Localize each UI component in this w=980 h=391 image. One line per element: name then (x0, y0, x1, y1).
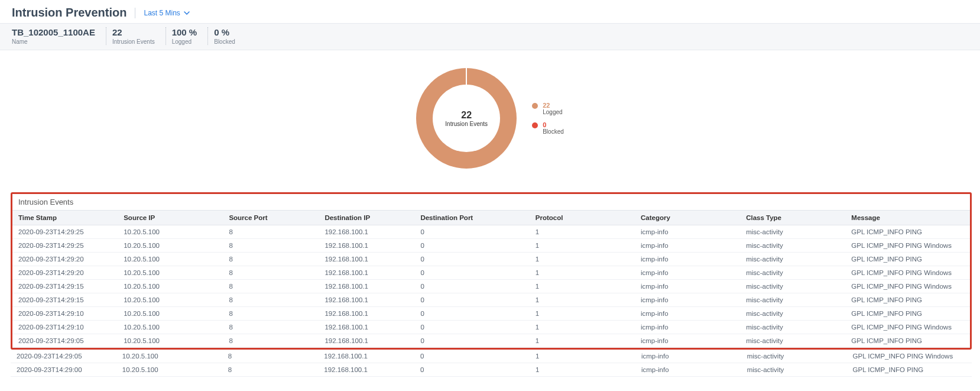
table-cell: icmp-info (635, 239, 740, 253)
stat-blocked: 0 % Blocked (214, 27, 246, 45)
table-cell: 10.20.5.100 (118, 334, 223, 348)
legend-dot-icon (532, 103, 538, 109)
table-row[interactable]: 2020-09-23T14:29:1510.20.5.1008192.168.1… (12, 280, 970, 293)
table-cell: 0 (414, 225, 529, 239)
table-cell: icmp-info (635, 307, 740, 321)
table-cell: 0 (414, 363, 530, 377)
table-cell: 1 (530, 321, 635, 334)
table-cell: icmp-info (635, 225, 740, 239)
table-cell: 10.20.5.100 (118, 293, 223, 307)
time-range-dropdown[interactable]: Last 5 Mins (144, 9, 189, 17)
col-protocol[interactable]: Protocol (530, 211, 635, 225)
table-cell: 1 (530, 307, 635, 321)
stat-logged-value: 100 % (172, 27, 197, 37)
col-destination-ip[interactable]: Destination IP (319, 211, 414, 225)
table-cell: 192.168.100.1 (319, 293, 414, 307)
table-cell: 0 (414, 350, 530, 363)
events-panel-title: Intrusion Events (12, 196, 970, 210)
table-row[interactable]: 2020-09-23T14:29:1010.20.5.1008192.168.1… (12, 307, 970, 321)
table-cell: 0 (414, 307, 529, 321)
table-row[interactable]: 2020-09-23T14:29:0010.20.5.1008192.168.1… (11, 363, 972, 377)
table-cell: 192.168.100.1 (319, 334, 414, 348)
donut-center-label: Intrusion Events (445, 121, 488, 127)
table-cell: 192.168.100.1 (319, 239, 414, 253)
table-cell: icmp-info (635, 293, 740, 307)
stat-blocked-label: Blocked (214, 38, 235, 45)
table-cell: 8 (223, 225, 319, 239)
legend-logged-value: 22 (543, 102, 562, 109)
table-cell: 0 (414, 280, 529, 293)
table-cell: icmp-info (635, 363, 741, 377)
table-cell: 2020-09-23T14:29:05 (12, 334, 118, 348)
table-cell: 8 (223, 321, 319, 334)
events-table: Time Stamp Source IP Source Port Destina… (12, 210, 970, 348)
table-cell: 10.20.5.100 (118, 225, 223, 239)
time-range-label: Last 5 Mins (144, 9, 180, 17)
table-cell: 0 (414, 293, 529, 307)
col-timestamp[interactable]: Time Stamp (12, 211, 118, 225)
table-cell: 10.20.5.100 (116, 350, 222, 363)
events-header-row: Time Stamp Source IP Source Port Destina… (12, 211, 970, 225)
table-cell: GPL ICMP_INFO PING Windows (845, 321, 970, 334)
table-cell: misc-activity (740, 239, 845, 253)
table-cell: 8 (223, 280, 319, 293)
table-cell: 8 (222, 363, 319, 377)
table-cell: 0 (414, 321, 529, 334)
legend-blocked: 0 Blocked (532, 121, 564, 135)
table-cell: 8 (223, 266, 319, 280)
table-row[interactable]: 2020-09-23T14:29:1510.20.5.1008192.168.1… (12, 293, 970, 307)
table-cell: GPL ICMP_INFO PING (845, 293, 970, 307)
table-cell: 8 (222, 350, 319, 363)
table-cell: 2020-09-23T14:29:15 (12, 293, 118, 307)
stat-logged-label: Logged (172, 38, 197, 45)
stat-logged: 100 % Logged (172, 27, 209, 45)
table-row[interactable]: 2020-09-23T14:29:2010.20.5.1008192.168.1… (12, 253, 970, 266)
table-cell: GPL ICMP_INFO PING (847, 363, 972, 377)
table-cell: icmp-info (635, 350, 741, 363)
col-class-type[interactable]: Class Type (740, 211, 845, 225)
col-destination-port[interactable]: Destination Port (414, 211, 529, 225)
table-cell: 1 (530, 253, 635, 266)
col-source-ip[interactable]: Source IP (118, 211, 223, 225)
intrusion-events-panel: Intrusion Events Time Stamp Source IP So… (11, 192, 972, 350)
legend-dot-icon (532, 122, 538, 128)
table-row[interactable]: 2020-09-23T14:29:2010.20.5.1008192.168.1… (12, 266, 970, 280)
table-cell: 10.20.5.100 (118, 321, 223, 334)
table-cell: 192.168.100.1 (319, 266, 414, 280)
donut-center-value: 22 (461, 110, 472, 121)
table-cell: GPL ICMP_INFO PING Windows (847, 350, 972, 363)
table-cell: 1 (530, 239, 635, 253)
table-cell: 8 (223, 307, 319, 321)
table-cell: 0 (414, 334, 529, 348)
table-cell: GPL ICMP_INFO PING (845, 253, 970, 266)
table-cell: 8 (223, 253, 319, 266)
table-cell: icmp-info (635, 334, 740, 348)
table-cell: 1 (530, 280, 635, 293)
table-cell: misc-activity (741, 363, 847, 377)
donut-notch (466, 68, 467, 85)
col-message[interactable]: Message (845, 211, 970, 225)
table-cell: misc-activity (740, 321, 845, 334)
table-cell: 2020-09-23T14:29:10 (12, 307, 118, 321)
col-category[interactable]: Category (635, 211, 740, 225)
table-cell: 2020-09-23T14:29:25 (12, 225, 118, 239)
table-cell: misc-activity (740, 253, 845, 266)
table-cell: GPL ICMP_INFO PING Windows (845, 239, 970, 253)
table-cell: 0 (414, 266, 529, 280)
table-cell: 8 (223, 293, 319, 307)
table-cell: misc-activity (740, 280, 845, 293)
table-cell: 0 (414, 253, 529, 266)
table-cell: 8 (223, 334, 319, 348)
table-row[interactable]: 2020-09-23T14:29:0510.20.5.1008192.168.1… (12, 334, 970, 348)
table-row[interactable]: 2020-09-23T14:29:2510.20.5.1008192.168.1… (12, 225, 970, 239)
table-row[interactable]: 2020-09-23T14:29:1010.20.5.1008192.168.1… (12, 321, 970, 334)
table-cell: 2020-09-23T14:29:20 (12, 266, 118, 280)
table-cell: misc-activity (740, 307, 845, 321)
col-source-port[interactable]: Source Port (223, 211, 319, 225)
table-row[interactable]: 2020-09-23T14:29:0510.20.5.1008192.168.1… (11, 350, 972, 363)
page-title: Intrusion Prevention (12, 6, 126, 20)
table-row[interactable]: 2020-09-23T14:29:2510.20.5.1008192.168.1… (12, 239, 970, 253)
table-cell: 192.168.100.1 (319, 253, 414, 266)
table-cell: 1 (530, 293, 635, 307)
stat-name-value: TB_102005_1100AE (12, 27, 95, 37)
